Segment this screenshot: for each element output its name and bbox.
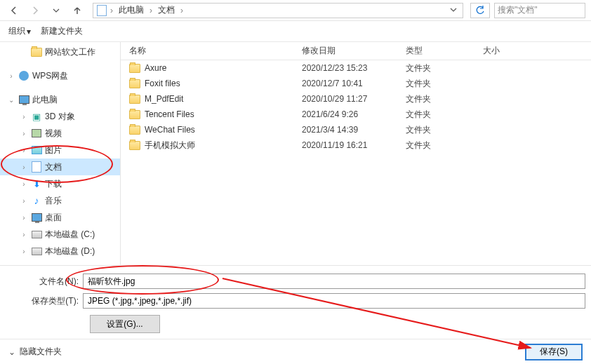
folder-icon (129, 64, 140, 73)
sidebar-item[interactable]: ›图片 (0, 142, 120, 159)
disk-icon (31, 245, 42, 257)
address-bar-row: › 此电脑 › 文档 › 搜索"文档" (0, 0, 591, 21)
monitor-icon (18, 94, 29, 105)
sidebar-item-label: WPS网盘 (32, 70, 68, 82)
chevron-down-icon[interactable]: ⌄ (8, 347, 15, 357)
sidebar-item[interactable]: ›⬇下载 (0, 175, 120, 192)
organize-menu[interactable]: 组织 ▾ (8, 25, 31, 37)
sidebar-item[interactable]: ⌄此电脑 (0, 91, 120, 108)
expander-icon[interactable]: › (20, 180, 28, 188)
file-name: Tencent Files (145, 109, 194, 119)
file-type: 文件夹 (406, 140, 483, 151)
back-button[interactable] (6, 2, 22, 19)
filetype-select[interactable]: JPEG (*.jpg,*.jpeg,*.jpe,*.jif) (83, 293, 585, 309)
filename-label: 文件名(N): (0, 276, 83, 288)
doc-icon (96, 5, 107, 16)
expander-icon[interactable]: › (20, 163, 28, 171)
hide-folders-link[interactable]: 隐藏文件夹 (20, 346, 62, 358)
sidebar-item-label: 本地磁盘 (D:) (45, 245, 95, 257)
settings-button[interactable]: 设置(G)... (90, 315, 160, 333)
new-folder-label: 新建文件夹 (41, 25, 83, 37)
file-date: 2020/10/29 11:27 (302, 94, 406, 104)
sidebar-item[interactable]: ›WPS网盘 (0, 67, 120, 84)
sidebar-item[interactable]: ›本地磁盘 (C:) (0, 226, 120, 243)
expander-icon[interactable]: ⌄ (7, 96, 15, 104)
expander-icon[interactable]: › (20, 130, 28, 137)
search-placeholder: 搜索"文档" (498, 4, 538, 16)
sidebar-item[interactable]: ›♪音乐 (0, 192, 120, 209)
file-type: 文件夹 (406, 62, 483, 74)
expander-icon[interactable]: › (20, 147, 28, 154)
folder-icon (129, 95, 140, 104)
file-name: Axure (145, 63, 166, 73)
file-name: 手机模拟大师 (145, 140, 195, 151)
new-folder-button[interactable]: 新建文件夹 (41, 25, 83, 37)
sidebar-item-label: 文档 (45, 161, 62, 173)
music-icon: ♪ (31, 195, 42, 206)
sidebar-item-label: 本地磁盘 (C:) (45, 229, 95, 241)
breadcrumb[interactable]: › 此电脑 › 文档 › (93, 3, 463, 18)
file-row[interactable]: Foxit files2020/12/7 10:41文件夹 (121, 76, 591, 91)
file-date: 2021/6/24 9:26 (302, 109, 406, 119)
expander-icon[interactable]: › (20, 113, 28, 121)
chevron-right-icon: › (109, 6, 114, 15)
file-date: 2020/12/7 10:41 (302, 79, 406, 88)
file-type: 文件夹 (406, 124, 483, 136)
col-name[interactable]: 名称 (121, 45, 302, 57)
folder-icon (31, 46, 42, 58)
breadcrumb-current[interactable]: 文档 (155, 4, 178, 16)
refresh-button[interactable] (470, 3, 490, 18)
up-button[interactable] (69, 2, 86, 19)
expander-icon[interactable]: › (20, 248, 28, 255)
breadcrumb-dropdown[interactable] (447, 6, 460, 15)
file-date: 2020/11/19 16:21 (302, 140, 406, 150)
chevron-right-icon: › (148, 6, 154, 15)
file-row[interactable]: Tencent Files2021/6/24 9:26文件夹 (121, 107, 591, 122)
sidebar-item[interactable]: ›桌面 (0, 209, 120, 226)
file-row[interactable]: WeChat Files2021/3/4 14:39文件夹 (121, 122, 591, 137)
recent-dropdown[interactable] (48, 2, 65, 19)
col-date[interactable]: 修改日期 (302, 45, 406, 57)
vid-icon (31, 128, 42, 139)
file-type: 文件夹 (406, 93, 483, 105)
footer: ⌄ 隐藏文件夹 保存(S) (0, 339, 591, 364)
filetype-label: 保存类型(T): (0, 295, 83, 307)
folder-icon (129, 141, 140, 150)
expander-icon[interactable]: › (20, 197, 28, 205)
file-name: M_PdfEdit (145, 94, 183, 104)
doc-icon (31, 161, 42, 173)
col-size[interactable]: 大小 (483, 45, 591, 57)
sidebar-item-label: 此电脑 (32, 94, 58, 106)
save-button[interactable]: 保存(S) (525, 344, 583, 360)
sidebar-item[interactable]: ›文档 (0, 159, 120, 175)
filename-value: 福昕软件.jpg (88, 276, 135, 288)
chevron-right-icon: › (179, 6, 185, 15)
file-row[interactable]: M_PdfEdit2020/10/29 11:27文件夹 (121, 91, 591, 107)
expander-icon[interactable]: › (20, 231, 28, 238)
file-name: WeChat Files (145, 125, 195, 135)
sidebar: 网站软文工作›WPS网盘⌄此电脑›▣3D 对象›视频›图片›文档›⬇下载›♪音乐… (0, 42, 121, 265)
expander-icon[interactable]: › (7, 72, 15, 80)
save-label: 保存(S) (540, 346, 568, 358)
sidebar-item[interactable]: ›本地磁盘 (D:) (0, 243, 120, 259)
sidebar-item-label: 图片 (45, 144, 62, 156)
search-input[interactable]: 搜索"文档" (494, 3, 585, 18)
sidebar-item[interactable]: 网站软文工作 (0, 43, 120, 60)
expander-icon[interactable]: › (20, 214, 28, 222)
dl-icon: ⬇ (31, 178, 42, 189)
sidebar-item[interactable]: ›▣3D 对象 (0, 108, 120, 125)
sidebar-item[interactable]: ›视频 (0, 125, 120, 142)
breadcrumb-root[interactable]: 此电脑 (116, 4, 147, 16)
column-headers: 名称 修改日期 类型 大小 (121, 42, 591, 60)
col-type[interactable]: 类型 (406, 45, 483, 57)
settings-label: 设置(G)... (107, 318, 142, 330)
filename-input[interactable]: 福昕软件.jpg (83, 274, 585, 289)
file-type: 文件夹 (406, 78, 483, 90)
file-name: Foxit files (145, 79, 180, 88)
chevron-down-icon: ▾ (27, 27, 31, 36)
main-area: 网站软文工作›WPS网盘⌄此电脑›▣3D 对象›视频›图片›文档›⬇下载›♪音乐… (0, 42, 591, 265)
folder-icon (129, 110, 140, 119)
file-row[interactable]: Axure2020/12/23 15:23文件夹 (121, 60, 591, 76)
file-list: 名称 修改日期 类型 大小 Axure2020/12/23 15:23文件夹Fo… (121, 42, 591, 265)
file-row[interactable]: 手机模拟大师2020/11/19 16:21文件夹 (121, 137, 591, 153)
